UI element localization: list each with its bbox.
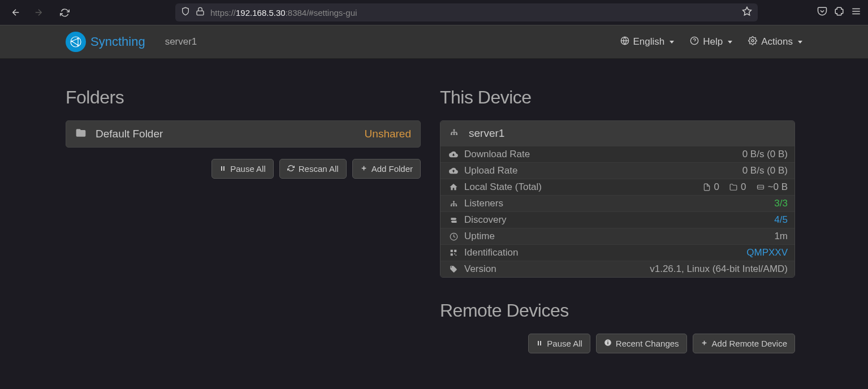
folder-icon (75, 127, 87, 141)
svg-rect-47 (540, 341, 541, 345)
caret-down-icon (728, 41, 732, 44)
folder-status: Unshared (365, 128, 411, 140)
device-name: server1 (469, 127, 504, 140)
pause-all-devices-button[interactable]: Pause All (528, 334, 590, 353)
caret-down-icon (798, 41, 802, 44)
svg-rect-19 (223, 166, 224, 171)
reload-button[interactable] (55, 3, 74, 21)
svg-rect-24 (456, 133, 457, 135)
this-device-heading: This Device (440, 87, 795, 108)
cloud-download-icon (447, 150, 460, 159)
ls-files: 0 (703, 181, 719, 193)
svg-rect-22 (451, 133, 452, 135)
caret-down-icon (670, 41, 674, 44)
svg-point-17 (752, 40, 754, 42)
folder-label: Default Folder (96, 128, 163, 140)
folders-heading: Folders (66, 87, 421, 108)
shield-icon (181, 7, 190, 18)
syncthing-logo-icon (66, 32, 86, 52)
svg-rect-44 (454, 253, 455, 254)
stats-row-local-state: Local State (Total) 0 0 ~0 B (441, 179, 794, 195)
lock-icon (196, 7, 205, 18)
sitemap-icon (450, 128, 459, 139)
main-container: Folders Default Folder Unshared Pause Al… (0, 59, 868, 353)
stats-row-download: Download Rate 0 B/s (0 B) (441, 146, 794, 162)
svg-rect-18 (221, 166, 222, 171)
tag-icon (447, 265, 460, 273)
folder-panel-default[interactable]: Default Folder Unshared (66, 120, 421, 148)
svg-rect-42 (454, 250, 456, 252)
plus-icon (360, 164, 368, 174)
this-device-panel: server1 Download Rate 0 B/s (0 B) Upload… (440, 120, 795, 278)
clock-icon (447, 232, 460, 241)
recent-changes-button[interactable]: Recent Changes (596, 334, 687, 353)
svg-marker-1 (743, 7, 752, 15)
signpost-icon (447, 216, 460, 224)
refresh-icon (287, 164, 295, 174)
pause-icon (219, 164, 226, 174)
info-circle-icon (604, 339, 612, 348)
pocket-icon[interactable] (817, 6, 827, 19)
home-icon (447, 183, 460, 192)
svg-rect-33 (455, 205, 457, 206)
stats-row-identification: Identification QMPXXV (441, 244, 794, 261)
gear-icon (748, 36, 757, 48)
help-dropdown[interactable]: Help (690, 36, 732, 48)
bookmark-star-icon[interactable] (742, 6, 752, 19)
svg-rect-32 (453, 205, 455, 206)
svg-rect-46 (538, 341, 539, 345)
qrcode-icon (447, 249, 460, 257)
stats-row-discovery: Discovery 4/5 (441, 211, 794, 228)
plus-icon (701, 339, 708, 348)
navbar-device-name: server1 (165, 36, 197, 47)
pause-icon (536, 339, 543, 348)
url-text: https://192.168.5.30:8384/#settings-gui (210, 8, 357, 18)
pause-all-folders-button[interactable]: Pause All (211, 159, 274, 179)
stats-row-uptime: Uptime 1m (441, 228, 794, 244)
add-remote-device-button[interactable]: Add Remote Device (693, 334, 795, 353)
cloud-upload-icon (447, 166, 460, 175)
stats-row-listeners: Listeners 3/3 (441, 195, 794, 211)
svg-rect-34 (453, 201, 455, 202)
browser-toolbar: https://192.168.5.30:8384/#settings-gui (0, 0, 868, 25)
svg-rect-43 (451, 253, 453, 256)
remote-devices-heading: Remote Devices (440, 300, 795, 321)
menu-icon[interactable] (851, 6, 861, 19)
device-header[interactable]: server1 (441, 121, 794, 146)
svg-rect-45 (456, 255, 457, 256)
svg-rect-31 (450, 205, 452, 206)
stats-row-upload: Upload Rate 0 B/s (0 B) (441, 162, 794, 179)
back-button[interactable] (7, 3, 25, 21)
brand[interactable]: Syncthing (66, 32, 145, 52)
add-folder-button[interactable]: Add Folder (352, 159, 421, 179)
stats-row-version: Version v1.26.1, Linux (64-bit Intel/AMD… (441, 261, 794, 277)
rescan-all-button[interactable]: Rescan All (279, 159, 347, 179)
app-navbar: Syncthing server1 English Help Actions (0, 25, 868, 59)
svg-rect-25 (454, 129, 455, 131)
svg-rect-0 (197, 11, 204, 15)
extensions-icon[interactable] (834, 6, 844, 19)
svg-rect-41 (451, 250, 453, 252)
globe-icon (620, 36, 629, 48)
ls-dirs: 0 (729, 181, 746, 193)
language-dropdown[interactable]: English (620, 36, 675, 48)
brand-name: Syncthing (90, 34, 145, 49)
forward-button[interactable] (29, 3, 47, 21)
url-bar[interactable]: https://192.168.5.30:8384/#settings-gui (175, 3, 758, 21)
svg-rect-23 (454, 133, 455, 135)
ls-size: ~0 B (757, 181, 788, 193)
sitemap-icon (447, 200, 460, 208)
question-circle-icon (690, 36, 699, 48)
actions-dropdown[interactable]: Actions (748, 36, 802, 48)
svg-point-50 (607, 340, 608, 342)
